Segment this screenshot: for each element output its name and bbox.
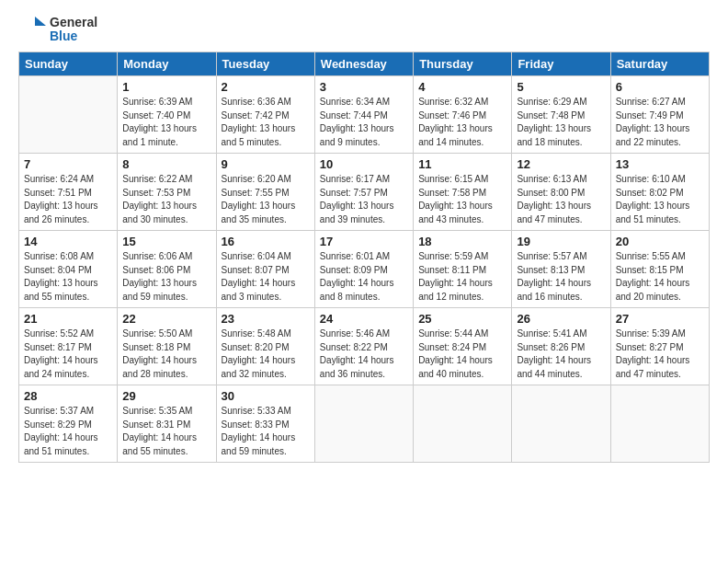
day-info: Sunrise: 6:10 AM Sunset: 8:02 PM Dayligh… bbox=[616, 173, 704, 226]
day-info: Sunrise: 6:17 AM Sunset: 7:57 PM Dayligh… bbox=[320, 173, 408, 226]
day-info: Sunrise: 6:29 AM Sunset: 7:48 PM Dayligh… bbox=[517, 96, 605, 149]
calendar-cell: 15Sunrise: 6:06 AM Sunset: 8:06 PM Dayli… bbox=[118, 231, 216, 308]
calendar-cell: 1Sunrise: 6:39 AM Sunset: 7:40 PM Daylig… bbox=[118, 76, 216, 154]
day-info: Sunrise: 5:44 AM Sunset: 8:24 PM Dayligh… bbox=[418, 327, 506, 381]
weekday-monday: Monday bbox=[118, 52, 216, 76]
day-number: 7 bbox=[24, 157, 112, 171]
day-info: Sunrise: 6:13 AM Sunset: 8:00 PM Dayligh… bbox=[517, 173, 605, 226]
day-info: Sunrise: 6:24 AM Sunset: 7:51 PM Dayligh… bbox=[24, 173, 112, 226]
day-info: Sunrise: 5:55 AM Sunset: 8:15 PM Dayligh… bbox=[616, 250, 704, 304]
calendar-cell: 26Sunrise: 5:41 AM Sunset: 8:26 PM Dayli… bbox=[512, 308, 610, 385]
calendar-cell: 20Sunrise: 5:55 AM Sunset: 8:15 PM Dayli… bbox=[610, 231, 709, 308]
calendar-cell: 2Sunrise: 6:36 AM Sunset: 7:42 PM Daylig… bbox=[216, 76, 314, 154]
day-number: 21 bbox=[24, 312, 112, 326]
calendar-cell: 28Sunrise: 5:37 AM Sunset: 8:29 PM Dayli… bbox=[19, 385, 118, 463]
calendar-cell: 5Sunrise: 6:29 AM Sunset: 7:48 PM Daylig… bbox=[512, 76, 610, 154]
weekday-wednesday: Wednesday bbox=[314, 52, 413, 76]
calendar-cell: 16Sunrise: 6:04 AM Sunset: 8:07 PM Dayli… bbox=[216, 231, 314, 308]
calendar-cell: 27Sunrise: 5:39 AM Sunset: 8:27 PM Dayli… bbox=[610, 308, 709, 385]
calendar-cell: 13Sunrise: 6:10 AM Sunset: 8:02 PM Dayli… bbox=[610, 154, 709, 231]
calendar-cell: 10Sunrise: 6:17 AM Sunset: 7:57 PM Dayli… bbox=[314, 154, 413, 231]
calendar-cell bbox=[314, 385, 413, 463]
page: General Blue SundayMondayTuesdayWednesda… bbox=[0, 0, 728, 563]
day-info: Sunrise: 5:39 AM Sunset: 8:27 PM Dayligh… bbox=[616, 327, 704, 381]
weekday-header-row: SundayMondayTuesdayWednesdayThursdayFrid… bbox=[19, 52, 710, 76]
calendar-cell: 11Sunrise: 6:15 AM Sunset: 7:58 PM Dayli… bbox=[414, 154, 512, 231]
weekday-tuesday: Tuesday bbox=[216, 52, 314, 76]
day-info: Sunrise: 6:06 AM Sunset: 8:06 PM Dayligh… bbox=[122, 250, 210, 304]
day-number: 19 bbox=[517, 235, 605, 248]
day-number: 16 bbox=[222, 235, 310, 248]
calendar-cell bbox=[19, 76, 118, 154]
day-number: 30 bbox=[222, 389, 310, 403]
logo: General Blue bbox=[18, 15, 97, 44]
day-number: 20 bbox=[616, 235, 704, 248]
calendar-table: SundayMondayTuesdayWednesdayThursdayFrid… bbox=[18, 52, 710, 463]
weekday-thursday: Thursday bbox=[414, 52, 512, 76]
calendar-cell: 12Sunrise: 6:13 AM Sunset: 8:00 PM Dayli… bbox=[512, 154, 610, 231]
day-number: 14 bbox=[24, 235, 112, 248]
day-info: Sunrise: 6:39 AM Sunset: 7:40 PM Dayligh… bbox=[122, 96, 210, 149]
day-info: Sunrise: 6:27 AM Sunset: 7:49 PM Dayligh… bbox=[616, 96, 704, 149]
day-number: 18 bbox=[418, 235, 506, 248]
day-info: Sunrise: 5:41 AM Sunset: 8:26 PM Dayligh… bbox=[517, 327, 605, 381]
day-info: Sunrise: 6:15 AM Sunset: 7:58 PM Dayligh… bbox=[418, 173, 506, 226]
day-info: Sunrise: 6:04 AM Sunset: 8:07 PM Dayligh… bbox=[222, 250, 310, 304]
day-info: Sunrise: 6:20 AM Sunset: 7:55 PM Dayligh… bbox=[222, 173, 310, 226]
day-number: 5 bbox=[517, 80, 605, 94]
day-number: 22 bbox=[122, 312, 210, 326]
day-info: Sunrise: 5:46 AM Sunset: 8:22 PM Dayligh… bbox=[320, 327, 408, 381]
calendar-cell: 8Sunrise: 6:22 AM Sunset: 7:53 PM Daylig… bbox=[118, 154, 216, 231]
header: General Blue bbox=[18, 15, 710, 44]
logo-text: General Blue bbox=[50, 16, 97, 44]
day-info: Sunrise: 5:50 AM Sunset: 8:18 PM Dayligh… bbox=[122, 327, 210, 381]
day-number: 29 bbox=[122, 389, 210, 403]
calendar-cell: 9Sunrise: 6:20 AM Sunset: 7:55 PM Daylig… bbox=[216, 154, 314, 231]
calendar-cell: 21Sunrise: 5:52 AM Sunset: 8:17 PM Dayli… bbox=[19, 308, 118, 385]
day-number: 9 bbox=[222, 157, 310, 171]
day-number: 25 bbox=[418, 312, 506, 326]
day-number: 15 bbox=[122, 235, 210, 248]
calendar-week-2: 7Sunrise: 6:24 AM Sunset: 7:51 PM Daylig… bbox=[19, 154, 710, 231]
day-info: Sunrise: 5:57 AM Sunset: 8:13 PM Dayligh… bbox=[517, 250, 605, 304]
day-info: Sunrise: 6:08 AM Sunset: 8:04 PM Dayligh… bbox=[24, 250, 112, 304]
calendar-cell: 18Sunrise: 5:59 AM Sunset: 8:11 PM Dayli… bbox=[414, 231, 512, 308]
calendar-week-1: 1Sunrise: 6:39 AM Sunset: 7:40 PM Daylig… bbox=[19, 76, 710, 154]
calendar-cell: 7Sunrise: 6:24 AM Sunset: 7:51 PM Daylig… bbox=[19, 154, 118, 231]
day-number: 24 bbox=[320, 312, 408, 326]
logo-graphic bbox=[18, 15, 48, 44]
day-number: 13 bbox=[616, 157, 704, 171]
logo-svg: General Blue bbox=[18, 15, 97, 44]
svg-rect-0 bbox=[18, 15, 48, 44]
logo-general: General bbox=[50, 16, 97, 29]
day-number: 10 bbox=[320, 157, 408, 171]
day-info: Sunrise: 5:33 AM Sunset: 8:33 PM Dayligh… bbox=[222, 405, 310, 458]
day-info: Sunrise: 6:22 AM Sunset: 7:53 PM Dayligh… bbox=[122, 173, 210, 226]
calendar-week-3: 14Sunrise: 6:08 AM Sunset: 8:04 PM Dayli… bbox=[19, 231, 710, 308]
day-number: 4 bbox=[418, 80, 506, 94]
day-number: 11 bbox=[418, 157, 506, 171]
day-number: 8 bbox=[122, 157, 210, 171]
calendar-cell: 17Sunrise: 6:01 AM Sunset: 8:09 PM Dayli… bbox=[314, 231, 413, 308]
weekday-friday: Friday bbox=[512, 52, 610, 76]
day-number: 17 bbox=[320, 235, 408, 248]
day-info: Sunrise: 6:34 AM Sunset: 7:44 PM Dayligh… bbox=[320, 96, 408, 149]
calendar-cell: 25Sunrise: 5:44 AM Sunset: 8:24 PM Dayli… bbox=[414, 308, 512, 385]
calendar-cell: 19Sunrise: 5:57 AM Sunset: 8:13 PM Dayli… bbox=[512, 231, 610, 308]
day-info: Sunrise: 6:32 AM Sunset: 7:46 PM Dayligh… bbox=[418, 96, 506, 149]
day-info: Sunrise: 5:52 AM Sunset: 8:17 PM Dayligh… bbox=[24, 327, 112, 381]
calendar-cell: 3Sunrise: 6:34 AM Sunset: 7:44 PM Daylig… bbox=[314, 76, 413, 154]
weekday-sunday: Sunday bbox=[19, 52, 118, 76]
day-info: Sunrise: 6:36 AM Sunset: 7:42 PM Dayligh… bbox=[222, 96, 310, 149]
calendar-cell: 6Sunrise: 6:27 AM Sunset: 7:49 PM Daylig… bbox=[610, 76, 709, 154]
calendar-cell bbox=[610, 385, 709, 463]
day-info: Sunrise: 5:48 AM Sunset: 8:20 PM Dayligh… bbox=[222, 327, 310, 381]
calendar-cell: 29Sunrise: 5:35 AM Sunset: 8:31 PM Dayli… bbox=[118, 385, 216, 463]
calendar-cell bbox=[414, 385, 512, 463]
calendar-cell: 4Sunrise: 6:32 AM Sunset: 7:46 PM Daylig… bbox=[414, 76, 512, 154]
day-info: Sunrise: 5:59 AM Sunset: 8:11 PM Dayligh… bbox=[418, 250, 506, 304]
day-info: Sunrise: 5:37 AM Sunset: 8:29 PM Dayligh… bbox=[24, 405, 112, 458]
calendar-cell: 22Sunrise: 5:50 AM Sunset: 8:18 PM Dayli… bbox=[118, 308, 216, 385]
day-info: Sunrise: 6:01 AM Sunset: 8:09 PM Dayligh… bbox=[320, 250, 408, 304]
day-number: 27 bbox=[616, 312, 704, 326]
